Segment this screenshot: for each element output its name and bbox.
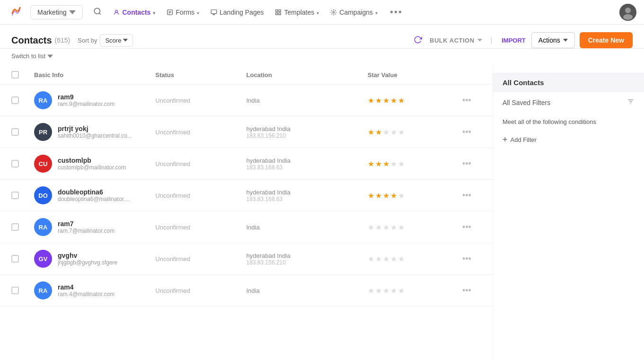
star-3: ★ (383, 255, 389, 263)
row-menu-button[interactable]: ••• (459, 94, 475, 107)
add-filter-button[interactable]: + Add Filter (493, 131, 644, 149)
row-menu-button[interactable]: ••• (459, 157, 475, 170)
contact-name: prtrjt yokj (58, 125, 132, 132)
import-button[interactable]: IMPORT (496, 34, 531, 47)
row-actions: ••• (459, 191, 481, 201)
row-checkbox[interactable] (11, 192, 19, 199)
create-new-button[interactable]: Create New (580, 32, 633, 48)
contact-status: Unconfirmed (155, 128, 246, 136)
table-row[interactable]: RA ram7 ram.7@mailinator.com Unconfirmed… (0, 211, 493, 243)
svg-rect-14 (279, 13, 281, 15)
row-menu-button[interactable]: ••• (459, 189, 475, 202)
sidebar: All Contacts All Saved Filters Meet all … (493, 65, 644, 360)
location-ip: 183.83.156.210 (247, 259, 368, 266)
table-row[interactable]: PR prtrjt yokj sahith0010@gharcentral.co… (0, 116, 493, 148)
table-row[interactable]: CU customlpb customlpb@mailinator.com Un… (0, 148, 493, 180)
switch-to-list-button[interactable]: Switch to list (11, 53, 53, 60)
contact-stars: ★★★★★ (368, 159, 459, 168)
status-badge: Unconfirmed (155, 192, 190, 199)
contact-stars: ★★★★★ (368, 286, 459, 295)
row-checkbox[interactable] (11, 97, 19, 104)
row-actions: ••• (459, 222, 481, 232)
contacts-count: (615) (55, 36, 71, 44)
filter-icon[interactable] (627, 98, 635, 107)
contact-name: ram9 (58, 93, 115, 101)
table-header: Basic Info Status Location Star Value (0, 65, 493, 85)
refresh-button[interactable] (411, 33, 425, 48)
row-actions: ••• (459, 96, 481, 105)
contact-info: RA ram9 ram.9@mailinator.com (30, 91, 155, 109)
svg-point-3 (115, 10, 118, 12)
star-1: ★ (368, 255, 374, 263)
location-city: India (247, 287, 368, 294)
row-checkbox[interactable] (11, 160, 19, 167)
svg-rect-13 (276, 13, 278, 15)
search-button[interactable] (90, 4, 105, 20)
contact-info: PR prtrjt yokj sahith0010@gharcentral.co… (30, 123, 155, 141)
contact-info: CU customlpb customlpb@mailinator.com (30, 155, 155, 173)
row-check (11, 128, 30, 136)
col-status: Status (155, 71, 246, 79)
contact-location: India (247, 224, 368, 231)
star-2: ★ (375, 96, 382, 105)
row-menu-button[interactable]: ••• (459, 252, 475, 265)
user-avatar[interactable] (619, 4, 636, 21)
star-5: ★ (398, 286, 405, 295)
contact-email: ram.9@mailinator.com (58, 101, 115, 107)
select-all-checkbox[interactable] (11, 71, 19, 79)
bulk-action-button[interactable]: BULK ACTION (425, 34, 487, 47)
row-checkbox[interactable] (11, 128, 19, 136)
sidebar-item-campaigns[interactable]: Campaigns (326, 6, 382, 19)
star-2: ★ (375, 255, 382, 263)
sidebar-all-contacts[interactable]: All Contacts (493, 73, 644, 92)
nav-links: Contacts Forms Landing Pages Templates C… (108, 5, 619, 19)
more-menu-button[interactable]: ••• (386, 5, 406, 19)
contact-details: doubleoptina6 doubleoptina6@mailinator..… (58, 188, 130, 202)
table-row[interactable]: GV gvghv jhjgbgb@gvghvg.sfgere Unconfirm… (0, 243, 493, 275)
page-title: Contacts (11, 35, 52, 46)
contact-status: Unconfirmed (155, 97, 246, 104)
row-menu-button[interactable]: ••• (459, 125, 475, 139)
star-2: ★ (375, 128, 382, 137)
contact-name: ram4 (58, 283, 115, 291)
svg-point-1 (95, 8, 100, 14)
logo[interactable] (8, 3, 25, 21)
templates-chevron (317, 9, 319, 16)
actions-button[interactable]: Actions (531, 32, 575, 48)
sidebar-item-landing-pages[interactable]: Landing Pages (206, 6, 268, 19)
contact-info: DO doubleoptina6 doubleoptina6@mailinato… (30, 186, 155, 204)
navbar: Marketing Contacts Forms Landing Pages T… (0, 0, 644, 25)
table-row[interactable]: RA ram4 ram.4@mailinator.com Unconfirmed… (0, 275, 493, 307)
star-rating: ★★★★★ (368, 128, 459, 137)
row-menu-button[interactable]: ••• (459, 220, 475, 234)
location-ip: 183.83.156.210 (247, 132, 368, 139)
sidebar-item-forms[interactable]: Forms (162, 6, 204, 19)
table-row[interactable]: DO doubleoptina6 doubleoptina6@mailinato… (0, 180, 493, 211)
sub-header: Switch to list (0, 49, 644, 65)
sort-dropdown[interactable]: Score (100, 34, 133, 47)
star-rating: ★★★★★ (368, 159, 459, 168)
avatar: RA (34, 281, 52, 299)
avatar: RA (34, 218, 52, 236)
row-menu-button[interactable]: ••• (459, 284, 475, 297)
contact-status: Unconfirmed (155, 287, 246, 294)
avatar: DO (34, 186, 52, 204)
location-ip: 183.83.168.63 (247, 196, 368, 202)
contact-email: customlpb@mailinator.com (58, 164, 126, 171)
star-3: ★ (383, 128, 389, 137)
row-checkbox[interactable] (11, 287, 19, 294)
col-location: Location (247, 71, 368, 79)
sidebar-item-templates[interactable]: Templates (270, 6, 324, 19)
status-badge: Unconfirmed (155, 129, 190, 136)
workspace-dropdown[interactable]: Marketing (30, 5, 83, 19)
row-check (11, 160, 30, 167)
sidebar-item-contacts[interactable]: Contacts (108, 6, 160, 19)
workspace-label: Marketing (37, 9, 66, 16)
location-city: hyderabad India (247, 252, 368, 259)
row-checkbox[interactable] (11, 223, 19, 231)
row-checkbox[interactable] (11, 255, 19, 263)
contact-status: Unconfirmed (155, 255, 246, 263)
contact-name: doubleoptina6 (58, 188, 130, 196)
table-row[interactable]: RA ram9 ram.9@mailinator.com Unconfirmed… (0, 85, 493, 116)
avatar: PR (34, 123, 52, 141)
